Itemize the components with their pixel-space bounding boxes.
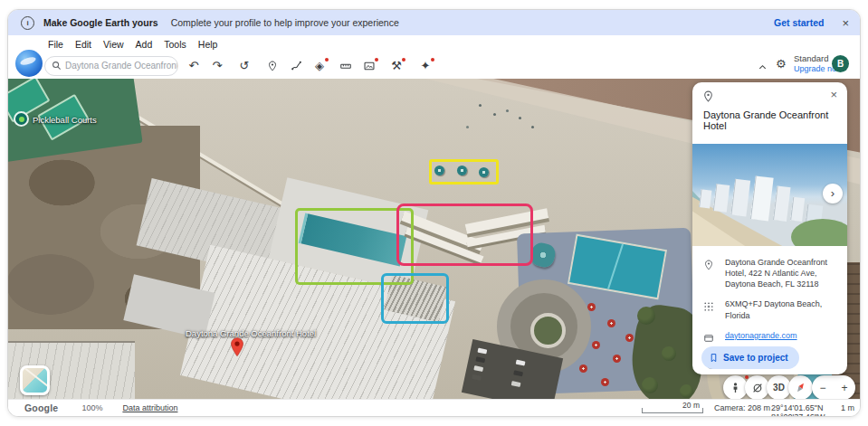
car-imagery [472,374,482,381]
place-title: Daytona Grande Oceanfront Hotel [692,106,847,131]
scale-bracket [642,408,703,413]
umbrella-imagery [601,378,609,386]
menu-add[interactable]: Add [136,39,153,50]
placemark-button[interactable] [264,58,281,74]
place-pin-icon [702,90,714,102]
orbit-button[interactable] [745,375,769,399]
image-icon [363,60,376,72]
place-info-panel: × Daytona Grande Oceanfront Hotel › [692,82,847,374]
menu-edit[interactable]: Edit [75,39,91,50]
umbrella-imagery [587,303,596,311]
toolbar: Daytona Grande Oceanfront Hot ↶ ↷ ↺ ◈ ⚒ … [8,52,860,79]
panel-close-icon[interactable]: × [830,89,837,100]
save-button-label: Save to project [723,353,788,363]
photo-building [699,189,711,208]
menu-file[interactable]: File [48,39,63,50]
data-attribution-link[interactable]: Data attribution [122,403,177,412]
photo-building [713,184,730,213]
chevron-up-icon [758,62,768,72]
path-button[interactable] [288,58,304,74]
menu-view[interactable]: View [103,39,124,50]
compass-needle-icon [791,378,810,397]
snapshot-button[interactable] [361,58,377,74]
history-button[interactable]: ↺ [236,58,253,74]
website-link[interactable]: daytonagrande.com [725,330,797,341]
car-imagery [475,356,485,363]
status-bar: Google 100% Data attribution 20 m Camera… [8,399,860,416]
address-row[interactable]: Daytona Grande Oceanfront Hotel, 422 N A… [692,252,847,294]
plus-code-text: 6XMQ+FJ Daytona Beach, Florida [725,298,838,320]
photo-building [773,185,791,222]
car-imagery [516,360,526,366]
google-earth-logo[interactable] [15,50,43,77]
umbrella-imagery [592,341,600,349]
bookmark-icon [709,353,719,363]
map-viewport[interactable]: Pickleball Courts Daytona Grande Oceanfr… [8,79,860,399]
ruler-icon [339,60,352,72]
car-imagery [511,381,521,387]
umbrella-imagery [613,355,621,363]
place-photo[interactable]: › [692,144,847,246]
zoom-control: − + [812,375,855,399]
search-input[interactable]: Daytona Grande Oceanfront Hot [44,56,178,76]
menu-tools[interactable]: Tools [164,39,186,50]
plus-code-icon [703,298,725,316]
collapse-toolbar-button[interactable] [754,59,770,75]
ai-sparkle-button[interactable]: ✦ [417,58,434,74]
panel-header: × [692,82,847,106]
hotel-map-label[interactable]: Daytona Grande Oceanfront Hotel [186,328,316,338]
zoom-in-button[interactable]: + [841,382,847,394]
annotation-rect-pink[interactable] [396,204,533,266]
profile-banner: i Make Google Earth yours Complete your … [8,10,860,35]
account-avatar[interactable]: B [832,55,849,72]
tree-imagery [680,384,693,398]
address-text: Daytona Grande Oceanfront Hotel, 422 N A… [725,257,838,289]
plus-code-row[interactable]: 6XMQ+FJ Daytona Beach, Florida [692,294,847,325]
undo-button[interactable]: ↶ [186,58,202,74]
3d-button[interactable]: 3D [767,375,791,399]
tree-imagery [642,377,658,393]
pickleball-courts-label[interactable]: Pickleball Courts [33,115,97,125]
car-imagery [513,370,523,376]
banner-close-icon[interactable]: × [842,17,849,29]
annotation-rect-yellow[interactable] [429,159,499,185]
layers-button[interactable]: ◈ [311,58,328,74]
google-earth-window: i Make Google Earth yours Complete your … [7,9,861,417]
umbrella-imagery [625,334,634,342]
placemark-icon [267,61,278,71]
tree-imagery [662,346,676,361]
compass[interactable] [788,375,813,399]
save-to-project-button[interactable]: Save to project [701,346,799,369]
beach-objects-imagery [479,104,482,107]
address-pin-icon [703,257,725,274]
banner-title: Make Google Earth yours [43,17,158,28]
pickleball-poi-icon[interactable] [14,111,29,127]
settings-gear-icon[interactable]: ⚙ [776,57,787,71]
tree-imagery [637,307,655,325]
search-icon [52,61,62,71]
utilities-button[interactable]: ⚒ [388,58,405,74]
screenshot-stage: i Make Google Earth yours Complete your … [0,0,868,426]
photo-building [750,175,774,221]
menu-bar: File Edit View Add Tools Help [8,35,860,52]
website-icon [703,330,725,347]
pegman-button[interactable] [723,375,748,399]
pegman-icon [730,382,741,393]
map-scale: 20 m [640,400,705,416]
landscape-island-imagery [530,313,566,348]
orbit-off-icon [751,382,764,394]
zoom-out-button[interactable]: − [819,382,825,394]
overview-map-inset[interactable] [20,365,50,395]
search-value: Daytona Grande Oceanfront Hot [65,61,177,71]
get-started-link[interactable]: Get started [774,17,824,28]
zoom-percentage: 100% [81,403,102,412]
measure-button[interactable] [338,58,354,74]
redo-button[interactable]: ↷ [209,58,225,74]
banner-message: Complete your profile to help improve yo… [171,17,399,28]
annotation-rect-cyan[interactable] [381,273,449,324]
car-imagery [477,348,487,355]
red-map-pin[interactable] [230,337,244,357]
menu-help[interactable]: Help [198,39,218,50]
photo-next-button[interactable]: › [823,184,843,204]
umbrella-imagery [579,364,587,373]
